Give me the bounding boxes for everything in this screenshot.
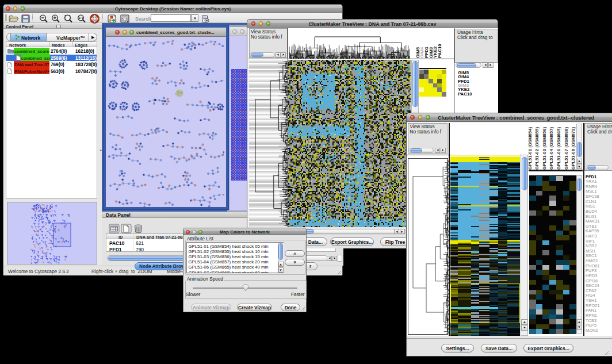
svg-text:1:1: 1:1 xyxy=(79,16,83,20)
